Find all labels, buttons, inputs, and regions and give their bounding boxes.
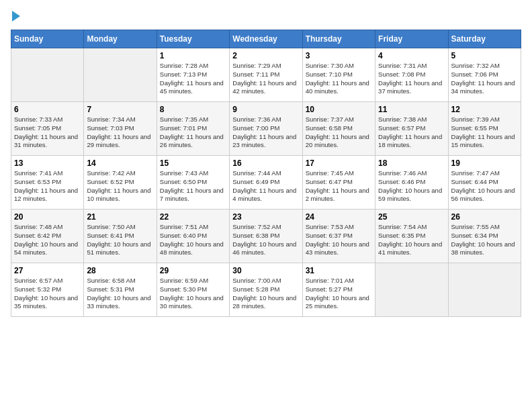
day-number: 14 — [87, 158, 153, 168]
calendar-cell: 15Sunrise: 7:43 AM Sunset: 6:50 PM Dayli… — [157, 156, 229, 210]
day-number: 22 — [160, 212, 226, 222]
week-row-1: 1Sunrise: 7:28 AM Sunset: 7:13 PM Daylig… — [11, 48, 521, 102]
day-number: 18 — [378, 158, 445, 168]
header-row: SundayMondayTuesdayWednesdayThursdayFrid… — [11, 30, 521, 48]
day-info: Sunrise: 7:50 AM Sunset: 6:41 PM Dayligh… — [87, 223, 153, 257]
day-number: 10 — [306, 105, 372, 114]
day-number: 20 — [14, 212, 81, 222]
day-info: Sunrise: 7:54 AM Sunset: 6:35 PM Dayligh… — [378, 223, 445, 257]
day-number: 23 — [232, 212, 299, 222]
day-header-monday: Monday — [84, 30, 157, 48]
day-info: Sunrise: 7:38 AM Sunset: 6:57 PM Dayligh… — [378, 116, 445, 150]
day-number: 5 — [451, 51, 518, 60]
day-info: Sunrise: 7:47 AM Sunset: 6:44 PM Dayligh… — [451, 169, 518, 203]
day-number: 2 — [232, 51, 299, 60]
logo — [11, 11, 20, 21]
calendar-cell: 18Sunrise: 7:46 AM Sunset: 6:46 PM Dayli… — [375, 156, 448, 210]
calendar-cell — [11, 48, 84, 102]
day-info: Sunrise: 7:36 AM Sunset: 7:00 PM Dayligh… — [232, 116, 299, 150]
day-info: Sunrise: 7:32 AM Sunset: 7:06 PM Dayligh… — [451, 62, 518, 96]
day-number: 31 — [306, 266, 372, 275]
day-number: 12 — [451, 105, 518, 114]
day-info: Sunrise: 7:28 AM Sunset: 7:13 PM Dayligh… — [160, 62, 226, 96]
day-number: 11 — [378, 105, 445, 114]
day-info: Sunrise: 7:51 AM Sunset: 6:40 PM Dayligh… — [160, 223, 226, 257]
calendar-cell: 19Sunrise: 7:47 AM Sunset: 6:44 PM Dayli… — [448, 156, 521, 210]
day-number: 3 — [306, 51, 372, 60]
page-header — [11, 11, 521, 21]
logo-arrow-icon — [12, 11, 20, 21]
day-header-wednesday: Wednesday — [230, 30, 302, 48]
day-info: Sunrise: 7:53 AM Sunset: 6:37 PM Dayligh… — [306, 223, 372, 257]
calendar-cell: 7Sunrise: 7:34 AM Sunset: 7:03 PM Daylig… — [84, 102, 157, 156]
calendar-cell: 28Sunrise: 6:58 AM Sunset: 5:31 PM Dayli… — [84, 263, 157, 317]
calendar-cell: 4Sunrise: 7:31 AM Sunset: 7:08 PM Daylig… — [375, 48, 448, 102]
day-info: Sunrise: 7:30 AM Sunset: 7:10 PM Dayligh… — [306, 62, 372, 96]
calendar-cell: 25Sunrise: 7:54 AM Sunset: 6:35 PM Dayli… — [375, 210, 448, 263]
day-info: Sunrise: 7:45 AM Sunset: 6:47 PM Dayligh… — [306, 169, 372, 203]
day-number: 24 — [306, 212, 372, 222]
calendar-cell: 8Sunrise: 7:35 AM Sunset: 7:01 PM Daylig… — [157, 102, 229, 156]
day-info: Sunrise: 6:58 AM Sunset: 5:31 PM Dayligh… — [87, 277, 153, 311]
day-number: 30 — [232, 266, 299, 275]
day-info: Sunrise: 7:48 AM Sunset: 6:42 PM Dayligh… — [14, 223, 81, 257]
day-info: Sunrise: 7:35 AM Sunset: 7:01 PM Dayligh… — [160, 116, 226, 150]
day-number: 13 — [14, 158, 81, 168]
week-row-2: 6Sunrise: 7:33 AM Sunset: 7:05 PM Daylig… — [11, 102, 521, 156]
day-header-sunday: Sunday — [11, 30, 84, 48]
day-number: 9 — [232, 105, 299, 114]
day-info: Sunrise: 6:57 AM Sunset: 5:32 PM Dayligh… — [14, 277, 81, 311]
calendar-cell: 21Sunrise: 7:50 AM Sunset: 6:41 PM Dayli… — [84, 210, 157, 263]
day-info: Sunrise: 7:46 AM Sunset: 6:46 PM Dayligh… — [378, 169, 445, 203]
day-info: Sunrise: 7:34 AM Sunset: 7:03 PM Dayligh… — [87, 116, 153, 150]
day-header-thursday: Thursday — [302, 30, 375, 48]
day-info: Sunrise: 7:37 AM Sunset: 6:58 PM Dayligh… — [306, 116, 372, 150]
day-number: 7 — [87, 105, 153, 114]
calendar-cell: 1Sunrise: 7:28 AM Sunset: 7:13 PM Daylig… — [157, 48, 229, 102]
day-number: 27 — [14, 266, 81, 275]
day-number: 28 — [87, 266, 153, 275]
day-header-saturday: Saturday — [448, 30, 521, 48]
day-info: Sunrise: 7:43 AM Sunset: 6:50 PM Dayligh… — [160, 169, 226, 203]
day-number: 21 — [87, 212, 153, 222]
day-header-friday: Friday — [375, 30, 448, 48]
calendar-cell: 14Sunrise: 7:42 AM Sunset: 6:52 PM Dayli… — [84, 156, 157, 210]
day-number: 25 — [378, 212, 445, 222]
day-info: Sunrise: 6:59 AM Sunset: 5:30 PM Dayligh… — [160, 277, 226, 311]
day-info: Sunrise: 7:44 AM Sunset: 6:49 PM Dayligh… — [232, 169, 299, 203]
calendar-cell: 26Sunrise: 7:55 AM Sunset: 6:34 PM Dayli… — [448, 210, 521, 263]
calendar-cell: 13Sunrise: 7:41 AM Sunset: 6:53 PM Dayli… — [11, 156, 84, 210]
week-row-4: 20Sunrise: 7:48 AM Sunset: 6:42 PM Dayli… — [11, 210, 521, 263]
calendar-cell — [375, 263, 448, 317]
calendar-cell: 27Sunrise: 6:57 AM Sunset: 5:32 PM Dayli… — [11, 263, 84, 317]
day-number: 29 — [160, 266, 226, 275]
day-info: Sunrise: 7:01 AM Sunset: 5:27 PM Dayligh… — [306, 277, 372, 311]
day-info: Sunrise: 7:00 AM Sunset: 5:28 PM Dayligh… — [232, 277, 299, 311]
calendar-cell: 11Sunrise: 7:38 AM Sunset: 6:57 PM Dayli… — [375, 102, 448, 156]
day-number: 8 — [160, 105, 226, 114]
week-row-3: 13Sunrise: 7:41 AM Sunset: 6:53 PM Dayli… — [11, 156, 521, 210]
day-info: Sunrise: 7:42 AM Sunset: 6:52 PM Dayligh… — [87, 169, 153, 203]
day-number: 16 — [232, 158, 299, 168]
calendar-cell: 6Sunrise: 7:33 AM Sunset: 7:05 PM Daylig… — [11, 102, 84, 156]
day-info: Sunrise: 7:33 AM Sunset: 7:05 PM Dayligh… — [14, 116, 81, 150]
calendar-cell: 2Sunrise: 7:29 AM Sunset: 7:11 PM Daylig… — [230, 48, 302, 102]
day-info: Sunrise: 7:31 AM Sunset: 7:08 PM Dayligh… — [378, 62, 445, 96]
day-info: Sunrise: 7:39 AM Sunset: 6:55 PM Dayligh… — [451, 116, 518, 150]
week-row-5: 27Sunrise: 6:57 AM Sunset: 5:32 PM Dayli… — [11, 263, 521, 317]
calendar-cell: 10Sunrise: 7:37 AM Sunset: 6:58 PM Dayli… — [302, 102, 375, 156]
calendar-cell: 3Sunrise: 7:30 AM Sunset: 7:10 PM Daylig… — [302, 48, 375, 102]
day-header-tuesday: Tuesday — [157, 30, 229, 48]
day-info: Sunrise: 7:55 AM Sunset: 6:34 PM Dayligh… — [451, 223, 518, 257]
calendar-cell: 30Sunrise: 7:00 AM Sunset: 5:28 PM Dayli… — [230, 263, 302, 317]
day-number: 4 — [378, 51, 445, 60]
day-number: 1 — [160, 51, 226, 60]
calendar-cell: 12Sunrise: 7:39 AM Sunset: 6:55 PM Dayli… — [448, 102, 521, 156]
day-number: 6 — [14, 105, 81, 114]
calendar-cell: 16Sunrise: 7:44 AM Sunset: 6:49 PM Dayli… — [230, 156, 302, 210]
calendar-table: SundayMondayTuesdayWednesdayThursdayFrid… — [11, 30, 521, 317]
day-info: Sunrise: 7:41 AM Sunset: 6:53 PM Dayligh… — [14, 169, 81, 203]
day-info: Sunrise: 7:29 AM Sunset: 7:11 PM Dayligh… — [232, 62, 299, 96]
calendar-cell: 17Sunrise: 7:45 AM Sunset: 6:47 PM Dayli… — [302, 156, 375, 210]
day-number: 15 — [160, 158, 226, 168]
